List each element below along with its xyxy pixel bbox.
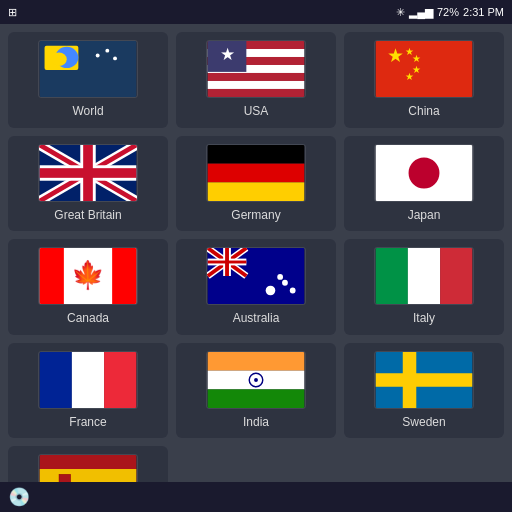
svg-rect-56 bbox=[440, 248, 472, 304]
svg-rect-33 bbox=[208, 182, 305, 201]
svg-rect-62 bbox=[208, 389, 305, 408]
svg-text:★: ★ bbox=[387, 45, 404, 66]
svg-text:★: ★ bbox=[412, 64, 421, 75]
country-card-great-britain[interactable]: Great Britain bbox=[8, 136, 168, 232]
svg-rect-31 bbox=[208, 145, 305, 164]
country-card-italy[interactable]: Italy bbox=[344, 239, 504, 335]
svg-rect-58 bbox=[72, 352, 104, 408]
bluetooth-icon: ✳ bbox=[396, 6, 405, 19]
signal-bars: ▂▄▆ bbox=[409, 6, 433, 19]
svg-rect-37 bbox=[40, 248, 64, 304]
time-display: 2:31 PM bbox=[463, 6, 504, 18]
flag-japan bbox=[374, 144, 474, 202]
bottom-bar: 💿 bbox=[0, 482, 512, 512]
flag-italy bbox=[374, 247, 474, 305]
country-card-usa[interactable]: ★ USA bbox=[176, 32, 336, 128]
flag-india bbox=[206, 351, 306, 409]
country-label-japan: Japan bbox=[408, 208, 441, 224]
flag-world bbox=[38, 40, 138, 98]
country-card-france[interactable]: France bbox=[8, 343, 168, 439]
country-label-world: World bbox=[72, 104, 103, 120]
country-card-japan[interactable]: Japan bbox=[344, 136, 504, 232]
cd-icon: 💿 bbox=[8, 486, 30, 508]
country-card-sweden[interactable]: Sweden bbox=[344, 343, 504, 439]
svg-rect-12 bbox=[208, 81, 305, 89]
status-right: ✳ ▂▄▆ 72% 2:31 PM bbox=[396, 6, 504, 19]
country-card-world[interactable]: World bbox=[8, 32, 168, 128]
flag-germany bbox=[206, 144, 306, 202]
svg-rect-30 bbox=[40, 168, 137, 178]
app-icon: ⊞ bbox=[8, 6, 17, 19]
svg-text:★: ★ bbox=[412, 53, 421, 64]
flag-sweden bbox=[374, 351, 474, 409]
svg-rect-54 bbox=[376, 248, 408, 304]
country-label-india: India bbox=[243, 415, 269, 431]
country-label-china: China bbox=[408, 104, 439, 120]
svg-rect-59 bbox=[104, 352, 136, 408]
svg-point-3 bbox=[51, 53, 66, 67]
svg-point-4 bbox=[96, 54, 100, 58]
country-label-germany: Germany bbox=[231, 208, 280, 224]
country-card-india[interactable]: India bbox=[176, 343, 336, 439]
svg-rect-38 bbox=[112, 248, 136, 304]
country-label-france: France bbox=[69, 415, 106, 431]
flag-usa: ★ bbox=[206, 40, 306, 98]
country-grid: World ★ USA ★ ★ ★ ★ ★ China Great Britai… bbox=[0, 24, 512, 512]
svg-point-53 bbox=[277, 274, 283, 280]
svg-rect-11 bbox=[208, 73, 305, 81]
svg-rect-13 bbox=[208, 89, 305, 97]
svg-point-50 bbox=[266, 286, 276, 296]
flag-france bbox=[38, 351, 138, 409]
svg-rect-60 bbox=[208, 352, 305, 371]
battery-level: 72% bbox=[437, 6, 459, 18]
svg-point-5 bbox=[105, 49, 109, 53]
flag-australia bbox=[206, 247, 306, 305]
svg-point-64 bbox=[254, 378, 258, 382]
svg-point-51 bbox=[282, 280, 288, 286]
svg-rect-55 bbox=[408, 248, 440, 304]
country-card-canada[interactable]: 🍁 Canada bbox=[8, 239, 168, 335]
svg-point-6 bbox=[113, 56, 117, 60]
svg-rect-57 bbox=[40, 352, 72, 408]
country-label-sweden: Sweden bbox=[402, 415, 445, 431]
status-left: ⊞ bbox=[8, 6, 17, 19]
svg-text:🍁: 🍁 bbox=[71, 258, 105, 291]
country-label-italy: Italy bbox=[413, 311, 435, 327]
flag-canada: 🍁 bbox=[38, 247, 138, 305]
svg-point-52 bbox=[290, 288, 296, 294]
country-label-canada: Canada bbox=[67, 311, 109, 327]
country-label-usa: USA bbox=[244, 104, 269, 120]
country-label-australia: Australia bbox=[233, 311, 280, 327]
svg-point-35 bbox=[409, 157, 440, 188]
svg-text:★: ★ bbox=[220, 44, 235, 64]
country-card-germany[interactable]: Germany bbox=[176, 136, 336, 232]
country-label-great-britain: Great Britain bbox=[54, 208, 121, 224]
country-card-australia[interactable]: Australia bbox=[176, 239, 336, 335]
svg-rect-32 bbox=[208, 163, 305, 182]
svg-rect-49 bbox=[208, 261, 247, 264]
flag-great-britain bbox=[38, 144, 138, 202]
svg-rect-66 bbox=[376, 373, 473, 387]
flag-china: ★ ★ ★ ★ ★ bbox=[374, 40, 474, 98]
status-bar: ⊞ ✳ ▂▄▆ 72% 2:31 PM bbox=[0, 0, 512, 24]
svg-rect-67 bbox=[403, 352, 417, 408]
svg-text:★: ★ bbox=[405, 71, 414, 82]
country-card-china[interactable]: ★ ★ ★ ★ ★ China bbox=[344, 32, 504, 128]
